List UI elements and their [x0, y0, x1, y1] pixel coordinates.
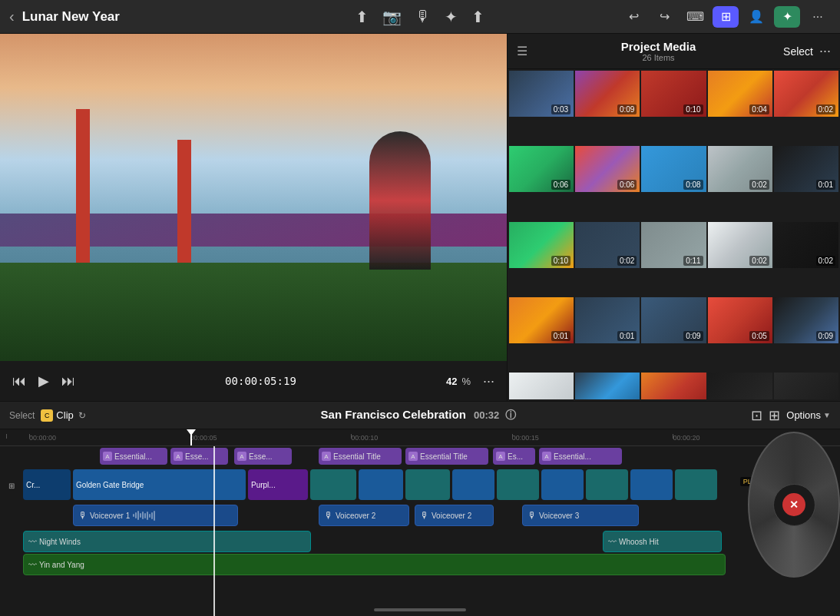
media-thumb-19[interactable]: 0:05 — [708, 297, 772, 343]
rewind-button[interactable]: ⏮ — [12, 373, 26, 389]
media-header: ☰ Project Media 26 Items Select ··· — [508, 34, 840, 69]
people-button[interactable]: 👤 — [743, 6, 769, 28]
main-clip-cr[interactable]: Cr... — [23, 469, 71, 500]
video-frame[interactable] — [0, 34, 507, 361]
voiceover-label-2b: Voiceover 2 — [432, 512, 471, 520]
voiceover-3[interactable]: 🎙 Voiceover 3 — [522, 505, 639, 526]
project-title: Lunar New Year — [22, 9, 120, 25]
main-clips-container: Cr... Golden Gate Bridge Purpl... — [23, 468, 840, 503]
zoom-value: 42 — [446, 376, 457, 387]
voiceover-2a[interactable]: 🎙 Voiceover 2 — [319, 505, 409, 526]
play-button[interactable]: ▶ — [38, 373, 49, 389]
magic-button[interactable]: ✦ — [774, 6, 800, 28]
main-clip-12[interactable] — [675, 469, 717, 500]
media-thumb-12[interactable]: 0:02 — [575, 222, 640, 268]
media-thumb-4[interactable]: 0:04 — [708, 71, 772, 117]
media-thumb-9[interactable]: 0:02 — [708, 146, 772, 192]
options-button[interactable]: Options ▼ — [786, 409, 831, 421]
voiceover-label-3: Voiceover 3 — [539, 512, 579, 520]
fast-forward-button[interactable]: ⏭ — [61, 373, 75, 389]
zoom-timeline-icon[interactable]: ⊞ — [769, 407, 780, 424]
media-thumb-17[interactable]: 0:01 — [575, 297, 640, 343]
main-clip-10[interactable] — [586, 469, 628, 500]
music-night-winds[interactable]: 〰 Night Winds — [23, 531, 311, 552]
select-label: Select — [9, 410, 35, 421]
media-thumb-5[interactable]: 0:02 — [774, 71, 838, 117]
main-clip-ggb[interactable]: Golden Gate Bridge — [73, 469, 246, 500]
main-clip-7[interactable] — [452, 469, 494, 500]
title-clip-6[interactable]: A Es... — [493, 448, 535, 465]
export-icon[interactable]: ⬆ — [356, 8, 369, 26]
back-button[interactable]: ‹ — [9, 8, 15, 25]
undo-button[interactable]: ↩ — [620, 6, 647, 28]
main-clip-purpl[interactable]: Purpl... — [248, 469, 308, 500]
media-browser-button[interactable]: ⊞ — [713, 6, 739, 28]
info-button[interactable]: ⓘ — [505, 409, 516, 421]
bridge-tower-right — [177, 140, 191, 263]
timeline-section: Select C Clip ↻ San Francisco Celebratio… — [0, 401, 840, 616]
media-thumb-25[interactable] — [774, 373, 838, 399]
mic-icon[interactable]: 🎙 — [415, 8, 431, 25]
title-clip-1[interactable]: A Essential... — [100, 448, 167, 465]
voiceover-1[interactable]: 🎙 Voiceover 1 — [73, 505, 238, 526]
video-thumbnail — [0, 34, 507, 361]
media-thumb-7[interactable]: 0:06 — [575, 146, 640, 192]
title-clip-2[interactable]: A Esse... — [170, 448, 228, 465]
list-icon[interactable]: ☰ — [517, 44, 527, 58]
media-thumb-13[interactable]: 0:11 — [641, 222, 706, 268]
main-clip-9[interactable] — [541, 469, 584, 500]
media-thumb-18[interactable]: 0:09 — [641, 297, 706, 343]
main-clip-4[interactable] — [310, 469, 356, 500]
media-thumb-14[interactable]: 0:02 — [708, 222, 772, 268]
camera-icon[interactable]: 📷 — [382, 8, 402, 26]
media-thumb-11[interactable]: 0:10 — [509, 222, 574, 268]
magic-wand-icon[interactable]: ✦ — [445, 8, 458, 26]
media-thumb-24[interactable] — [708, 373, 772, 399]
media-more-button[interactable]: ··· — [819, 43, 831, 59]
media-thumb-3[interactable]: 0:10 — [641, 71, 706, 117]
speed-wheel[interactable]: ✕ — [748, 432, 840, 578]
title-clip-3[interactable]: A Esse... — [234, 448, 292, 465]
thumb-duration-7: 0:06 — [617, 180, 637, 190]
media-select-button[interactable]: Select — [783, 45, 813, 58]
main-clip-6[interactable] — [405, 469, 450, 500]
media-thumb-15[interactable]: 0:02 — [774, 222, 838, 268]
share-icon[interactable]: ⬆ — [471, 8, 484, 26]
media-thumb-16[interactable]: 0:01 — [509, 297, 574, 343]
media-thumb-1[interactable]: 0:03 — [509, 71, 574, 117]
timeline-scrollable[interactable]: A Essential... A Esse... A Esse... A Ess… — [0, 446, 840, 616]
music-yin-yang[interactable]: 〰 Yin and Yang — [23, 554, 726, 575]
music-label-1: Night Winds — [39, 538, 81, 546]
keyboard-button[interactable]: ⌨ — [682, 6, 708, 28]
media-thumb-6[interactable]: 0:06 — [509, 146, 574, 192]
redo-button[interactable]: ↪ — [651, 6, 677, 28]
land-bg — [0, 263, 507, 361]
title-clip-5[interactable]: A Essential Title — [405, 448, 488, 465]
main-clip-5[interactable] — [359, 469, 403, 500]
media-thumb-22[interactable] — [575, 373, 640, 399]
thumb-duration-9: 0:02 — [749, 180, 769, 190]
overflow-menu-button[interactable]: ··· — [805, 6, 831, 28]
media-thumb-21[interactable] — [509, 373, 574, 399]
speed-wheel-inner: ✕ — [773, 484, 815, 526]
media-thumb-2[interactable]: 0:09 — [575, 71, 640, 117]
mic-icon-2b: 🎙 — [420, 510, 429, 521]
ruler-mark-1: 00:00:00 — [29, 434, 190, 442]
music-whoosh[interactable]: 〰 Whoosh Hit — [603, 531, 722, 552]
media-thumb-10[interactable]: 0:01 — [774, 146, 838, 192]
media-thumb-20[interactable]: 0:09 — [774, 297, 838, 343]
title-clip-4[interactable]: A Essential Title — [319, 448, 402, 465]
voiceover-2b[interactable]: 🎙 Voiceover 2 — [415, 505, 494, 526]
thumb-duration-20: 0:09 — [816, 331, 835, 341]
clip-label: Clip — [56, 409, 73, 421]
main-clip-8[interactable] — [497, 469, 539, 500]
more-options-button[interactable]: ··· — [483, 373, 494, 389]
storyboard-icon[interactable]: ⊡ — [751, 407, 762, 424]
close-wheel-button[interactable]: ✕ — [782, 493, 805, 516]
title-clip-7[interactable]: A Essential... — [539, 448, 622, 465]
clip-label-ggb: Golden Gate Bridge — [73, 469, 246, 500]
main-video-row: ⊞ Cr... Golden Gate Bridge Purpl... — [0, 468, 840, 503]
media-thumb-8[interactable]: 0:08 — [641, 146, 706, 192]
media-thumb-23[interactable] — [641, 373, 706, 399]
main-clip-11[interactable] — [630, 469, 673, 500]
